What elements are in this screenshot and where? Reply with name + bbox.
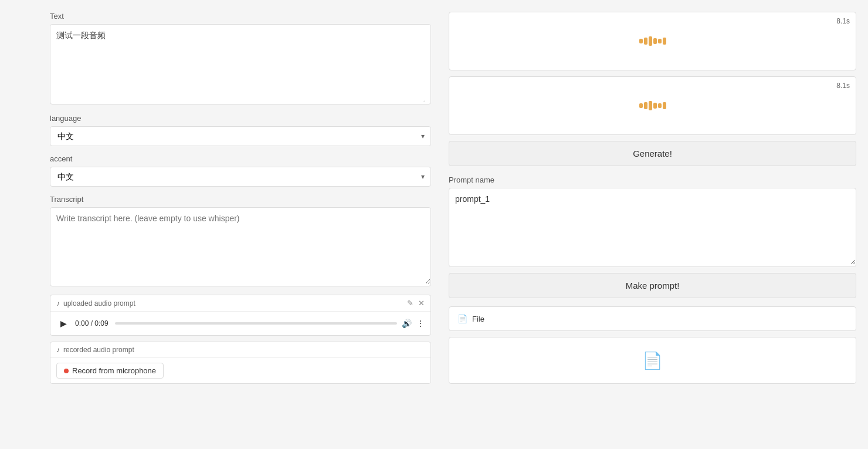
more-options-button[interactable]: ⋮ bbox=[416, 319, 425, 328]
prompt-name-input[interactable]: prompt_1 bbox=[449, 188, 856, 265]
wave-bar bbox=[649, 101, 652, 110]
wave-bar bbox=[658, 39, 662, 43]
recorded-audio-section: ♪ recorded audio prompt Record from micr… bbox=[50, 342, 431, 384]
audio-header-icons: ✎ ✕ bbox=[407, 299, 425, 308]
audio-wave-2 bbox=[639, 101, 666, 110]
uploaded-audio-label: uploaded audio prompt bbox=[63, 299, 135, 308]
record-dot-icon bbox=[64, 369, 69, 373]
music-icon-2: ♪ bbox=[56, 346, 60, 354]
wave-bar bbox=[639, 39, 643, 43]
wave-bar bbox=[663, 38, 666, 45]
left-panel: Text 测试一段音频 ⌟ language 中文 English 日本語 한국… bbox=[0, 0, 443, 449]
recorded-audio-label: recorded audio prompt bbox=[63, 346, 134, 354]
audio-player: ▶ 0:00 / 0:09 🔊 ⋮ bbox=[50, 312, 430, 335]
wave-bar bbox=[653, 38, 657, 44]
accent-select-wrapper: 中文 English 日本語 한국어 ▾ bbox=[50, 167, 431, 187]
file-icon: 📄 bbox=[457, 314, 467, 323]
audio2-duration: 8.1s bbox=[836, 82, 850, 90]
text-input-wrapper: 测试一段音频 ⌟ bbox=[50, 24, 431, 104]
text-label: Text bbox=[50, 12, 431, 21]
empty-file-area: 📄 bbox=[449, 337, 856, 384]
play-button[interactable]: ▶ bbox=[56, 316, 70, 330]
wave-bar bbox=[663, 102, 666, 109]
edit-icon[interactable]: ✎ bbox=[407, 299, 413, 308]
audio-wave-1 bbox=[639, 36, 666, 46]
transcript-input[interactable] bbox=[50, 208, 430, 284]
wave-bar bbox=[644, 102, 647, 109]
uploaded-audio-section: ♪ uploaded audio prompt ✎ ✕ ▶ 0:00 / 0:0… bbox=[50, 295, 431, 336]
file-placeholder-icon: 📄 bbox=[642, 351, 663, 370]
prompt-name-label: Prompt name bbox=[449, 175, 856, 184]
language-select[interactable]: 中文 English 日本語 한국어 bbox=[50, 127, 430, 146]
audio1-duration: 8.1s bbox=[836, 17, 850, 25]
language-label: language bbox=[50, 114, 431, 123]
language-group: language 中文 English 日本語 한국어 ▾ bbox=[50, 114, 431, 146]
volume-button[interactable]: 🔊 bbox=[402, 319, 412, 328]
prompt-section: Prompt name prompt_1 Make prompt! 📄 File… bbox=[449, 175, 856, 384]
recorded-audio-header: ♪ recorded audio prompt bbox=[50, 342, 430, 358]
wave-bar bbox=[658, 103, 662, 108]
music-icon: ♪ bbox=[56, 299, 60, 308]
audio-time: 0:00 / 0:09 bbox=[75, 319, 110, 328]
audio-display-2: 8.1s bbox=[449, 76, 856, 135]
prompt-textarea-wrapper: prompt_1 bbox=[449, 188, 856, 267]
wave-bar bbox=[644, 38, 647, 45]
transcript-area bbox=[50, 207, 431, 286]
accent-label: accent bbox=[50, 154, 431, 163]
transcript-group: Transcript bbox=[50, 195, 431, 286]
right-panel: 8.1s 8.1s Generate! bbox=[443, 0, 868, 449]
audio-display-1: 8.1s bbox=[449, 12, 856, 70]
accent-group: accent 中文 English 日本語 한국어 ▾ bbox=[50, 154, 431, 187]
progress-bar-container[interactable] bbox=[115, 322, 397, 325]
text-section: Text 测试一段音频 ⌟ bbox=[50, 12, 431, 104]
transcript-label: Transcript bbox=[50, 195, 431, 204]
wave-bar bbox=[639, 103, 643, 108]
file-upload-area[interactable]: 📄 File bbox=[449, 306, 856, 331]
generate-button[interactable]: Generate! bbox=[449, 141, 856, 166]
wave-bar bbox=[653, 103, 657, 109]
accent-select[interactable]: 中文 English 日本語 한국어 bbox=[50, 167, 430, 186]
resize-handle: ⌟ bbox=[423, 96, 429, 102]
file-label: File bbox=[472, 315, 484, 323]
close-icon[interactable]: ✕ bbox=[418, 299, 425, 308]
text-input[interactable]: 测试一段音频 bbox=[56, 31, 425, 96]
record-button-label: Record from microphone bbox=[72, 366, 156, 375]
record-from-microphone-button[interactable]: Record from microphone bbox=[56, 363, 164, 379]
uploaded-audio-header: ♪ uploaded audio prompt ✎ ✕ bbox=[50, 295, 430, 312]
language-select-wrapper: 中文 English 日本語 한국어 ▾ bbox=[50, 126, 431, 146]
make-prompt-button[interactable]: Make prompt! bbox=[449, 273, 856, 298]
wave-bar bbox=[649, 36, 652, 46]
